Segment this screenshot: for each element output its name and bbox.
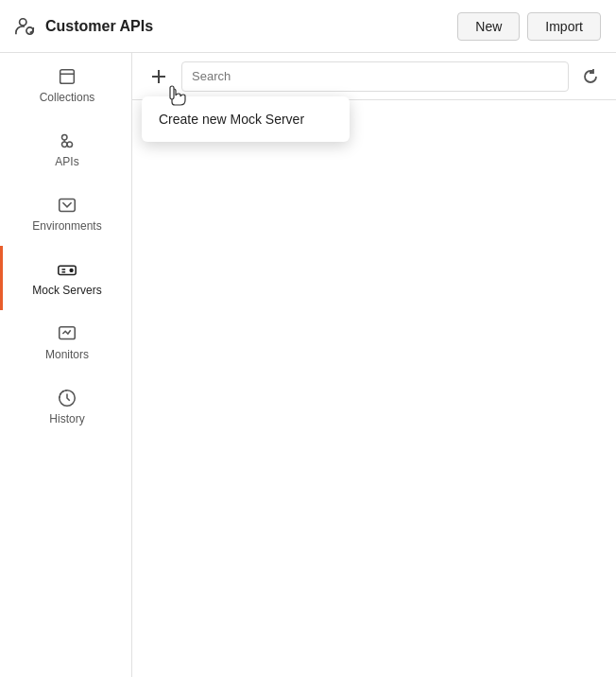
refresh-button[interactable] — [576, 62, 605, 91]
content-area: Create new Mock Server Account mock — [132, 53, 616, 677]
apis-icon — [57, 130, 77, 151]
history-label: History — [49, 412, 84, 425]
svg-point-13 — [70, 269, 73, 272]
refresh-icon — [582, 68, 599, 85]
create-mock-server-item[interactable]: Create new Mock Server — [142, 102, 350, 136]
header: Customer APIs New Import — [0, 0, 616, 53]
sidebar-item-environments[interactable]: Environments — [0, 182, 131, 246]
sidebar: Collections APIs Environments — [0, 53, 132, 677]
sidebar-item-collections[interactable]: Collections — [0, 53, 131, 117]
svg-point-0 — [20, 18, 26, 25]
new-button[interactable]: New — [457, 12, 520, 41]
collections-icon — [57, 66, 77, 87]
sidebar-item-history[interactable]: History — [0, 374, 131, 439]
user-icon — [15, 16, 36, 37]
header-buttons: New Import — [457, 12, 601, 41]
sidebar-item-mock-servers[interactable]: Mock Servers — [0, 246, 131, 310]
plus-icon — [149, 67, 168, 86]
sidebar-item-apis[interactable]: APIs — [0, 117, 131, 182]
mock-servers-icon — [57, 259, 77, 280]
search-input[interactable] — [181, 61, 569, 92]
main-layout: Collections APIs Environments — [0, 53, 616, 677]
app-title: Customer APIs — [45, 18, 153, 35]
monitors-icon — [57, 323, 77, 344]
svg-rect-2 — [60, 70, 75, 84]
environments-icon — [57, 195, 77, 216]
header-left: Customer APIs — [15, 16, 153, 37]
svg-point-4 — [62, 135, 68, 141]
svg-point-6 — [62, 142, 68, 148]
svg-rect-9 — [60, 200, 76, 212]
mock-servers-label: Mock Servers — [32, 284, 101, 297]
environments-label: Environments — [32, 219, 101, 233]
monitors-label: Monitors — [45, 348, 89, 361]
apis-label: APIs — [55, 155, 78, 168]
collections-label: Collections — [40, 91, 95, 104]
dropdown-popup: Create new Mock Server — [142, 96, 350, 142]
sidebar-item-monitors[interactable]: Monitors — [0, 310, 131, 374]
svg-point-5 — [67, 142, 73, 148]
history-icon — [57, 388, 77, 408]
toolbar — [132, 53, 616, 100]
add-button[interactable] — [144, 61, 174, 92]
import-button[interactable]: Import — [527, 12, 601, 41]
